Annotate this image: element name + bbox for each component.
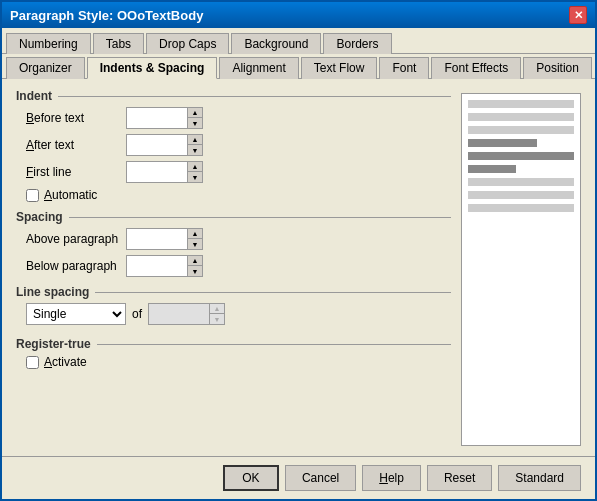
line-spacing-value-up[interactable]: ▲: [210, 304, 224, 314]
below-paragraph-input[interactable]: 0.25cm: [127, 257, 187, 275]
preview-line-6: [468, 165, 516, 173]
tab-font[interactable]: Font: [379, 57, 429, 79]
after-text-down[interactable]: ▼: [188, 145, 202, 155]
tab-font-effects[interactable]: Font Effects: [431, 57, 521, 79]
first-line-up[interactable]: ▲: [188, 162, 202, 172]
activate-label: Activate: [44, 355, 87, 369]
first-line-down[interactable]: ▼: [188, 172, 202, 182]
ok-button[interactable]: OK: [223, 465, 279, 491]
activate-checkbox[interactable]: [26, 356, 39, 369]
tab-tabs[interactable]: Tabs: [93, 33, 144, 54]
above-paragraph-spin-buttons: ▲ ▼: [187, 229, 202, 249]
before-text-label: Before text: [26, 111, 126, 125]
first-line-row: First line 0.00cm ▲ ▼: [16, 161, 451, 183]
line-spacing-value-spinner[interactable]: ▲ ▼: [148, 303, 225, 325]
after-text-spinner[interactable]: 0.00cm ▲ ▼: [126, 134, 203, 156]
help-button[interactable]: Help: [362, 465, 421, 491]
content-area: Indent Before text 0.64cm ▲ ▼ After text…: [2, 79, 595, 456]
below-paragraph-down[interactable]: ▼: [188, 266, 202, 276]
title-bar: Paragraph Style: OOoTextBody ✕: [2, 2, 595, 28]
preview-panel: [461, 93, 581, 446]
tab-alignment[interactable]: Alignment: [219, 57, 298, 79]
of-label: of: [132, 307, 142, 321]
activate-row: Activate: [16, 355, 451, 369]
preview-line-8: [468, 191, 574, 199]
first-line-input[interactable]: 0.00cm: [127, 163, 187, 181]
above-paragraph-input[interactable]: 0.00cm: [127, 230, 187, 248]
before-text-down[interactable]: ▼: [188, 118, 202, 128]
preview-line-5: [468, 152, 574, 160]
tab-organizer[interactable]: Organizer: [6, 57, 85, 79]
first-line-spin-buttons: ▲ ▼: [187, 162, 202, 182]
after-text-label: After text: [26, 138, 126, 152]
tab-text-flow[interactable]: Text Flow: [301, 57, 378, 79]
line-spacing-row: Single 1.5 Lines Double Proportional At …: [16, 303, 451, 325]
above-paragraph-label: Above paragraph: [26, 232, 126, 246]
standard-button[interactable]: Standard: [498, 465, 581, 491]
reset-button[interactable]: Reset: [427, 465, 492, 491]
before-text-input[interactable]: 0.64cm: [127, 109, 187, 127]
below-paragraph-label: Below paragraph: [26, 259, 126, 273]
cancel-button[interactable]: Cancel: [285, 465, 356, 491]
automatic-checkbox[interactable]: [26, 189, 39, 202]
tabs-row1: Numbering Tabs Drop Caps Background Bord…: [2, 28, 595, 54]
tab-numbering[interactable]: Numbering: [6, 33, 91, 54]
above-paragraph-spinner[interactable]: 0.00cm ▲ ▼: [126, 228, 203, 250]
tab-borders[interactable]: Borders: [323, 33, 391, 54]
left-panel: Indent Before text 0.64cm ▲ ▼ After text…: [16, 89, 451, 446]
above-paragraph-down[interactable]: ▼: [188, 239, 202, 249]
above-paragraph-row: Above paragraph 0.00cm ▲ ▼: [16, 228, 451, 250]
preview-line-7: [468, 178, 574, 186]
paragraph-style-dialog: Paragraph Style: OOoTextBody ✕ Numbering…: [0, 0, 597, 501]
below-paragraph-up[interactable]: ▲: [188, 256, 202, 266]
before-text-up[interactable]: ▲: [188, 108, 202, 118]
line-spacing-value-down[interactable]: ▼: [210, 314, 224, 324]
after-text-input[interactable]: 0.00cm: [127, 136, 187, 154]
below-paragraph-spin-buttons: ▲ ▼: [187, 256, 202, 276]
before-text-spin-buttons: ▲ ▼: [187, 108, 202, 128]
tab-position[interactable]: Position: [523, 57, 592, 79]
preview-line-3: [468, 126, 574, 134]
spacing-section-title: Spacing: [16, 210, 451, 224]
tabs-row2: Organizer Indents & Spacing Alignment Te…: [2, 54, 595, 79]
tab-indents-spacing[interactable]: Indents & Spacing: [87, 57, 218, 79]
first-line-spinner[interactable]: 0.00cm ▲ ▼: [126, 161, 203, 183]
preview-line-2: [468, 113, 574, 121]
before-text-spinner[interactable]: 0.64cm ▲ ▼: [126, 107, 203, 129]
preview-line-4: [468, 139, 537, 147]
preview-line-9: [468, 204, 574, 212]
line-spacing-section-title: Line spacing: [16, 285, 451, 299]
below-paragraph-spinner[interactable]: 0.25cm ▲ ▼: [126, 255, 203, 277]
tab-drop-caps[interactable]: Drop Caps: [146, 33, 229, 54]
after-text-spin-buttons: ▲ ▼: [187, 135, 202, 155]
below-paragraph-row: Below paragraph 0.25cm ▲ ▼: [16, 255, 451, 277]
close-button[interactable]: ✕: [569, 6, 587, 24]
before-text-row: Before text 0.64cm ▲ ▼: [16, 107, 451, 129]
preview-line-1: [468, 100, 574, 108]
line-spacing-select[interactable]: Single 1.5 Lines Double Proportional At …: [26, 303, 126, 325]
above-paragraph-up[interactable]: ▲: [188, 229, 202, 239]
after-text-row: After text 0.00cm ▲ ▼: [16, 134, 451, 156]
automatic-label: Automatic: [44, 188, 97, 202]
indent-section-title: Indent: [16, 89, 451, 103]
dialog-title: Paragraph Style: OOoTextBody: [10, 8, 203, 23]
automatic-row: Automatic: [16, 188, 451, 202]
first-line-label: First line: [26, 165, 126, 179]
line-spacing-value-input[interactable]: [149, 305, 209, 323]
register-true-section-title: Register-true: [16, 337, 451, 351]
after-text-up[interactable]: ▲: [188, 135, 202, 145]
line-spacing-value-spin-buttons: ▲ ▼: [209, 304, 224, 324]
tab-background[interactable]: Background: [231, 33, 321, 54]
button-row: OK Cancel Help Reset Standard: [2, 456, 595, 499]
